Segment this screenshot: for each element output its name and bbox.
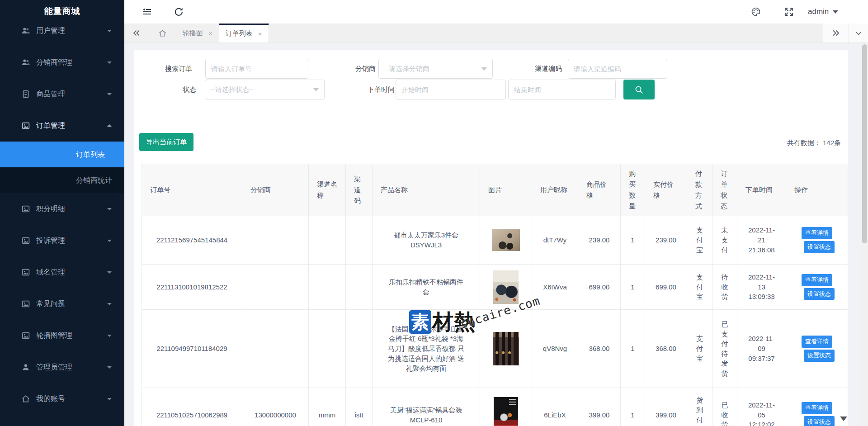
cell-product: 都市太太万家乐3件套 DSYWJL3 [373,216,480,265]
tab-label: 订单列表 [226,29,253,38]
image-icon [21,331,31,341]
sidebar-item-label: 轮播图管理 [36,331,72,341]
cell-pay-method: 支付宝 [687,310,712,388]
orders-table: 订单号 分销商 渠道名称 渠道码 产品名称 图片 用户昵称 商品价格 购买数量 … [142,164,848,426]
users-icon [21,26,31,36]
tabs-scroll-left-button[interactable] [124,24,149,43]
sidebar-item-label: 管理员管理 [36,363,72,372]
view-detail-button[interactable]: 查看详情 [802,402,832,414]
sidebar-item-orders[interactable]: 订单管理 [0,110,124,142]
status-label: 状态 [156,80,196,99]
collapse-sidebar-icon[interactable] [142,6,152,17]
distributor-select[interactable]: --请选择分销商-- [378,59,493,79]
col-status: 订单状态 [712,164,737,216]
cell-image [480,310,532,388]
tabs-menu-button[interactable] [849,24,868,43]
sidebar-item-domains[interactable]: 域名管理 [0,256,124,288]
theme-palette-icon[interactable] [750,6,761,17]
image-icon [21,267,31,277]
image-icon [21,204,31,214]
tabs-scroll-right-button[interactable] [823,24,849,43]
view-detail-button[interactable]: 查看详情 [802,336,832,348]
sidebar: 能量商城 用户管理 分销商管理 商品管理 [0,0,124,426]
tab-order-list[interactable]: 订单列表 × [219,24,269,43]
status-select[interactable]: --请选择状态-- [205,80,325,99]
reload-icon[interactable] [173,6,184,17]
cell-paid: 699.00 [645,265,687,310]
order-no-input[interactable] [205,59,308,79]
sidebar-item-label: 投诉管理 [36,236,65,246]
product-image [493,270,519,304]
image-icon [21,236,31,246]
set-status-button[interactable]: 设置状态 [804,350,835,362]
cell-qty: 1 [621,310,645,388]
tab-banners[interactable]: 轮播图 × [176,24,219,43]
app-title: 能量商城 [0,0,124,23]
sidebar-item-faq[interactable]: 常见问题 [0,288,124,320]
cell-status: 待收货 [712,265,737,310]
close-icon[interactable]: × [258,30,262,37]
sidebar-item-account[interactable]: 我的账号 [0,383,124,415]
set-status-button[interactable]: 设置状态 [804,241,835,253]
scrollbar-thumb[interactable] [862,44,867,243]
set-status-button[interactable]: 设置状态 [804,288,835,300]
col-qty: 购买数量 [621,164,645,216]
admin-menu[interactable]: admin [808,0,838,24]
cell-distributor [242,265,309,310]
cell-price: 399.00 [578,388,621,426]
vertical-scrollbar[interactable] [861,43,868,426]
start-time-input[interactable] [396,80,506,99]
cell-price: 699.00 [578,265,621,310]
sidebar-item-label: 订单管理 [36,121,65,131]
image-icon [21,299,31,309]
distributor-label: 分销商 [335,59,376,79]
sidebar-item-label: 常见问题 [36,299,65,309]
set-status-button[interactable]: 设置状态 [804,416,835,426]
cell-paid: 368.00 [645,310,687,388]
fullscreen-icon[interactable] [783,6,794,17]
cell-qty: 1 [621,265,645,310]
product-image [494,397,518,426]
sidebar-item-banners[interactable]: 轮播图管理 [0,320,124,351]
cell-time: 2022-11-09 09:37:37 [737,310,786,388]
status-select-value: --请选择状态-- [211,85,254,94]
view-detail-button[interactable]: 查看详情 [802,227,832,239]
sidebar-item-distributors[interactable]: 分销商管理 [0,47,124,78]
cell-nickname: dtT7Wy [532,216,578,265]
sidebar-subitem-order-list[interactable]: 订单列表 [0,142,124,167]
home-tab-button[interactable] [149,24,176,43]
col-channel-name: 渠道名称 [309,164,346,216]
chevron-down-icon [107,62,112,64]
sidebar-item-complaints[interactable]: 投诉管理 [0,225,124,256]
cell-time: 2022-11-21 21:36:08 [737,216,786,265]
search-button[interactable] [623,80,655,99]
cell-distributor: 13000000000 [242,388,309,426]
cell-order-no: 2211131001019812522 [142,265,242,310]
sidebar-item-label: 用户管理 [36,26,65,36]
export-orders-button[interactable]: 导出当前订单 [139,133,193,151]
end-time-input[interactable] [508,80,616,99]
cell-product: 【法国AOC波尔多蒂庄园金樽干红 6瓶*3礼袋 *3海马刀】酸度低果香馥郁 只为… [373,310,480,388]
chevron-down-icon [481,67,487,71]
sidebar-item-admins[interactable]: 管理员管理 [0,351,124,383]
col-image: 图片 [480,164,532,216]
chevron-down-icon [107,208,112,210]
cell-qty: 1 [621,216,645,265]
dropdown-caret-icon [840,417,847,421]
image-icon [21,121,31,131]
table-row: 2211094997101184029 【法国AOC波尔多蒂庄园金樽干红 6瓶*… [142,310,848,388]
cell-qty: 1 [621,388,645,426]
sidebar-subitem-distributor-stats[interactable]: 分销商统计 [0,167,124,193]
cell-pay-method: 货到付款 [687,388,712,426]
close-icon[interactable]: × [208,30,212,37]
table-row: 2211215697545145844 都市太太万家乐3件套 DSYWJL3 d… [142,216,848,265]
cell-pay-method: 支付宝 [687,265,712,310]
total-count: 共有数据： 142条 [787,139,841,147]
chevron-down-icon [107,240,112,242]
view-detail-button[interactable]: 查看详情 [802,274,832,286]
sidebar-item-points[interactable]: 积分明细 [0,193,124,225]
cell-price: 368.00 [578,310,621,388]
channel-code-input[interactable] [568,59,667,79]
cell-status: 已支付待发货 [712,310,737,388]
sidebar-item-products[interactable]: 商品管理 [0,78,124,110]
